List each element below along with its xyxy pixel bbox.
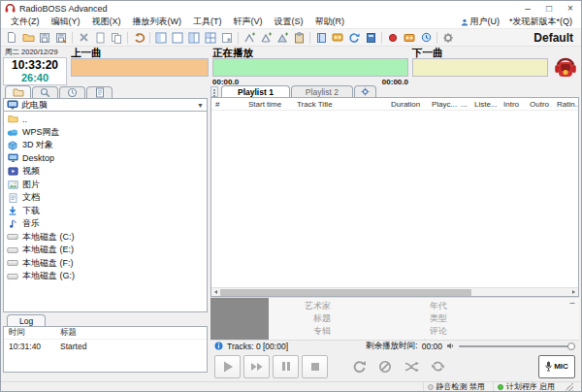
- close-button[interactable]: ×: [560, 1, 581, 16]
- column-duration[interactable]: Duration: [387, 100, 428, 109]
- delete-icon[interactable]: [76, 30, 91, 45]
- tree-item-disk-g[interactable]: 本地磁盘 (G:): [4, 270, 207, 283]
- maximize-button[interactable]: □: [538, 1, 560, 16]
- disable-button[interactable]: [373, 355, 397, 378]
- tab-file-browser[interactable]: [5, 85, 31, 98]
- scroll-left-icon[interactable]: [211, 288, 220, 297]
- tree-item-videos[interactable]: 视频: [4, 165, 207, 179]
- add-playlist-1-icon[interactable]: [242, 30, 257, 45]
- horizontal-scrollbar[interactable]: [211, 287, 578, 296]
- undo-icon[interactable]: [131, 30, 146, 45]
- save-icon[interactable]: [37, 30, 52, 45]
- scroll-right-icon[interactable]: [569, 288, 578, 297]
- scheduler-status[interactable]: 计划程序 启用: [493, 382, 559, 391]
- tab-search[interactable]: [32, 86, 58, 98]
- playlist-body[interactable]: [211, 111, 578, 287]
- add-playlist-2-icon[interactable]: [258, 30, 274, 45]
- shuffle-button[interactable]: [400, 355, 423, 378]
- tab-log[interactable]: Log: [7, 314, 46, 326]
- log-row[interactable]: 10:31:40 Started: [4, 340, 207, 352]
- volume-knob[interactable]: [567, 343, 575, 350]
- tab-reports[interactable]: [86, 86, 113, 98]
- profile-name[interactable]: Default: [534, 31, 578, 45]
- play-button[interactable]: [214, 355, 241, 378]
- column-playcount[interactable]: Playc...: [428, 100, 457, 109]
- tree-item-downloads[interactable]: 下载: [4, 205, 207, 218]
- tree-item-music[interactable]: 音乐: [4, 217, 207, 231]
- record-icon[interactable]: [385, 30, 401, 45]
- resize-grip[interactable]: [565, 382, 573, 391]
- cart-wall-icon[interactable]: [330, 30, 345, 45]
- mic-button[interactable]: MIC: [538, 355, 575, 378]
- column-outro[interactable]: Outro: [526, 100, 553, 109]
- shuffle-icon: [404, 361, 419, 373]
- pause-button[interactable]: [273, 355, 299, 378]
- jingle-icon[interactable]: [402, 30, 417, 45]
- restart-button[interactable]: [347, 355, 371, 378]
- menu-settings[interactable]: 设置(S): [269, 16, 309, 28]
- column-rating[interactable]: Ratin...: [553, 100, 578, 109]
- app-headphones-icon: [5, 3, 16, 14]
- tree-item-documents[interactable]: 文档: [4, 191, 207, 205]
- refresh-icon[interactable]: [346, 30, 362, 45]
- pane-layout-single-icon[interactable]: [170, 30, 185, 45]
- settings-gear-icon[interactable]: [440, 30, 456, 45]
- new-document-icon[interactable]: [4, 30, 19, 45]
- menu-edit[interactable]: 编辑(Y): [46, 16, 86, 28]
- pane-layout-columns-icon[interactable]: [186, 30, 202, 45]
- next-track-button[interactable]: [243, 355, 270, 378]
- tree-item-disk-c[interactable]: 本地磁盘 (C:): [4, 231, 207, 245]
- menu-playlist[interactable]: 播放列表(W): [127, 16, 188, 28]
- previous-track-display[interactable]: [71, 58, 209, 77]
- save-as-icon[interactable]: [53, 30, 69, 45]
- tree-item-up[interactable]: ..: [4, 113, 207, 126]
- column-start-time[interactable]: Start time: [244, 100, 293, 109]
- catalog-icon[interactable]: [363, 30, 378, 45]
- tree-item-desktop[interactable]: Desktop: [4, 152, 207, 166]
- clipboard-icon[interactable]: [291, 30, 307, 45]
- tree-item-disk-e[interactable]: 本地磁盘 (E:): [4, 244, 207, 257]
- tab-playlist-1[interactable]: Playlist 1: [221, 85, 290, 97]
- column-listeners[interactable]: Liste...: [470, 100, 500, 109]
- minimize-button[interactable]: –: [517, 1, 538, 16]
- menu-update-notice[interactable]: *发现新版本*(Q): [504, 16, 577, 28]
- tree-item-pictures[interactable]: 图片: [4, 179, 207, 192]
- open-folder-icon[interactable]: [20, 30, 36, 45]
- menu-voice[interactable]: 轩声(V): [228, 16, 269, 28]
- location-dropdown[interactable]: 此电脑 ▼: [3, 98, 208, 112]
- stop-button[interactable]: [302, 355, 328, 378]
- remaining-time-label: 剩余播放时间:: [366, 341, 417, 352]
- tree-item-disk-f[interactable]: 本地磁盘 (F:): [4, 257, 207, 271]
- tree-item-3d-objects[interactable]: 3D 对象: [4, 139, 207, 152]
- now-playing-display[interactable]: [212, 58, 408, 77]
- blank-page-icon[interactable]: [92, 30, 108, 45]
- copy-icon[interactable]: [109, 30, 124, 45]
- add-playlist-3-icon[interactable]: [275, 30, 290, 45]
- tab-playlist-2[interactable]: Playlist 2: [291, 85, 353, 97]
- scheduler-clock-icon[interactable]: [418, 30, 434, 45]
- pane-layout-split-icon[interactable]: [153, 30, 169, 45]
- splitter-grip[interactable]: [210, 86, 218, 97]
- volume-slider[interactable]: [459, 343, 575, 350]
- repeat-button[interactable]: [426, 355, 449, 378]
- scrollbar-thumb[interactable]: [220, 289, 471, 296]
- collapse-info-button[interactable]: –: [566, 298, 579, 340]
- pane-layout-compact-icon[interactable]: [219, 30, 235, 45]
- tree-item-wps-cloud[interactable]: WPS网盘: [4, 126, 207, 140]
- pane-layout-grid-icon[interactable]: [203, 30, 218, 45]
- previous-track-deck: 上一曲: [71, 48, 209, 85]
- menu-file[interactable]: 文件(Z): [5, 16, 46, 28]
- column-number[interactable]: #: [211, 100, 244, 109]
- tab-playlist-options[interactable]: [354, 85, 376, 97]
- column-more[interactable]: ...: [457, 100, 470, 109]
- menu-help[interactable]: 帮助(R): [309, 16, 351, 28]
- silence-detection-status[interactable]: 静音检测 禁用: [423, 382, 489, 391]
- menu-view[interactable]: 视图(X): [86, 16, 127, 28]
- music-library-icon[interactable]: [313, 30, 329, 45]
- column-intro[interactable]: Intro: [500, 100, 526, 109]
- next-track-display[interactable]: [412, 58, 548, 77]
- tab-history[interactable]: [59, 86, 85, 98]
- menu-user[interactable]: 用户(U): [456, 16, 505, 28]
- menu-tools[interactable]: 工具(T): [187, 16, 228, 28]
- column-track-title[interactable]: Track Title: [293, 100, 387, 109]
